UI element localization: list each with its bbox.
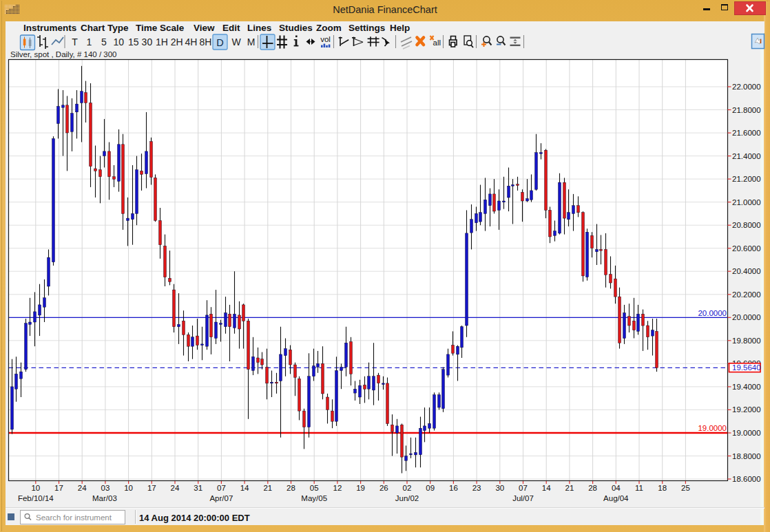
svg-text:19.4000: 19.4000 — [732, 383, 761, 391]
svg-text:21.8000: 21.8000 — [732, 106, 761, 114]
svg-text:18: 18 — [658, 484, 667, 492]
svg-text:21.6000: 21.6000 — [732, 129, 761, 137]
svg-text:19.0000: 19.0000 — [732, 429, 761, 437]
svg-text:17: 17 — [54, 484, 63, 492]
svg-text:21.2000: 21.2000 — [732, 175, 761, 183]
svg-text:10: 10 — [31, 484, 40, 492]
svg-text:23: 23 — [472, 484, 481, 492]
svg-text:09: 09 — [426, 484, 435, 492]
svg-text:16: 16 — [449, 484, 458, 492]
svg-text:10: 10 — [124, 484, 133, 492]
svg-text:25: 25 — [681, 484, 690, 492]
svg-text:12: 12 — [333, 484, 342, 492]
svg-text:May/05: May/05 — [301, 494, 327, 502]
svg-text:20.4000: 20.4000 — [732, 267, 761, 275]
svg-text:21: 21 — [263, 484, 272, 492]
svg-text:30: 30 — [495, 484, 504, 492]
svg-text:31: 31 — [194, 484, 202, 492]
svg-text:21.0000: 21.0000 — [732, 198, 761, 206]
svg-text:26: 26 — [379, 484, 388, 492]
svg-text:20.6000: 20.6000 — [732, 244, 761, 253]
svg-text:24: 24 — [78, 484, 87, 492]
svg-text:17: 17 — [147, 484, 156, 492]
svg-text:Jun/02: Jun/02 — [395, 494, 419, 502]
svg-text:07: 07 — [519, 484, 528, 492]
svg-text:24: 24 — [171, 484, 180, 492]
svg-text:03: 03 — [101, 484, 110, 492]
svg-text:19.2000: 19.2000 — [732, 405, 761, 414]
svg-text:Jul/07: Jul/07 — [512, 494, 534, 502]
svg-text:11: 11 — [635, 484, 643, 492]
svg-text:20.8000: 20.8000 — [732, 221, 761, 229]
svg-text:05: 05 — [310, 484, 319, 492]
svg-text:19.8000: 19.8000 — [732, 337, 761, 345]
svg-text:21.4000: 21.4000 — [732, 152, 761, 160]
svg-text:02: 02 — [403, 484, 412, 492]
svg-text:28: 28 — [287, 484, 295, 492]
svg-text:Feb/10/14: Feb/10/14 — [18, 494, 54, 502]
svg-text:14: 14 — [542, 484, 551, 492]
svg-text:19.5640: 19.5640 — [732, 363, 761, 372]
svg-text:Aug/04: Aug/04 — [603, 494, 629, 502]
svg-text:20.0000: 20.0000 — [732, 313, 761, 321]
svg-text:22.0000: 22.0000 — [732, 83, 761, 91]
svg-text:14: 14 — [240, 484, 249, 492]
svg-text:20.2000: 20.2000 — [732, 290, 761, 299]
svg-text:28: 28 — [588, 484, 597, 492]
svg-text:Apr/07: Apr/07 — [209, 494, 233, 502]
svg-text:07: 07 — [217, 484, 226, 492]
svg-text:18.6000: 18.6000 — [732, 475, 761, 483]
svg-text:18.8000: 18.8000 — [732, 452, 761, 460]
svg-text:Mar/03: Mar/03 — [92, 494, 117, 502]
svg-text:21: 21 — [565, 484, 574, 492]
svg-text:19.0000: 19.0000 — [698, 424, 727, 432]
svg-text:04: 04 — [612, 484, 621, 492]
svg-text:19: 19 — [356, 484, 365, 492]
svg-text:20.0000: 20.0000 — [698, 309, 727, 317]
